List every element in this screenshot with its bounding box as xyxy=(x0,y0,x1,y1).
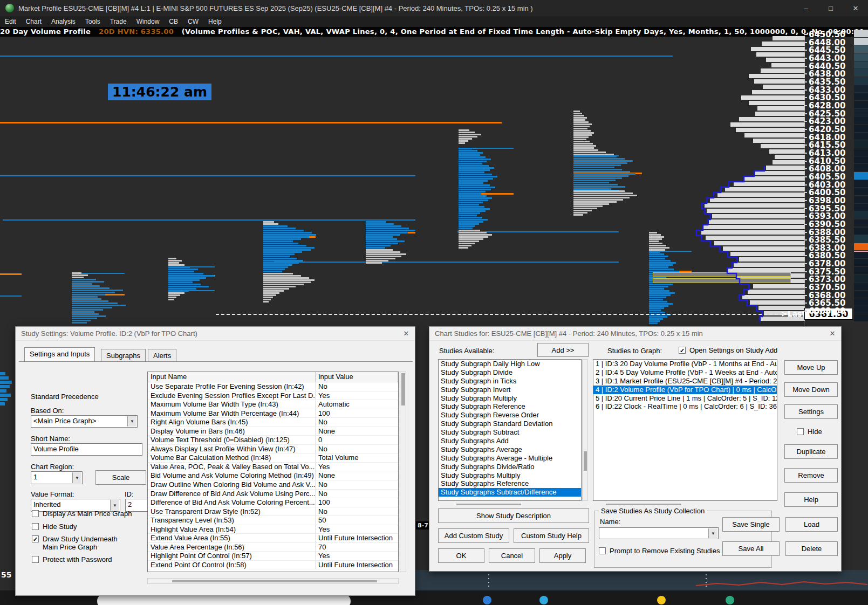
input-row[interactable]: Extend Value Area (In:55)Until Future In… xyxy=(148,534,398,543)
settings-checkbox-display-as-main[interactable]: Display As Main Price Graph xyxy=(32,510,140,518)
graphed-study-item[interactable]: 2 | ID:4 5 Day Volume Profile (VbP - 1 W… xyxy=(593,368,777,377)
available-study-item[interactable]: Study Subgraph Standard Deviation xyxy=(439,420,581,428)
taskbar-app-icon[interactable] xyxy=(483,596,491,604)
input-row[interactable]: Exclude Evening Session Profiles Except … xyxy=(148,391,398,401)
menu-item-analysis[interactable]: Analysis xyxy=(46,16,80,27)
column-header-input-value[interactable]: Input Value xyxy=(316,372,398,382)
close-button[interactable]: ✕ xyxy=(843,0,868,16)
input-row[interactable]: Use Separate Profile For Evening Session… xyxy=(148,382,398,391)
available-study-item[interactable]: Study Subgraph Invert xyxy=(439,386,581,394)
ok-button[interactable]: OK xyxy=(438,548,484,563)
available-study-item[interactable]: Study Subgraph Reverse Order xyxy=(439,411,581,420)
minimize-button[interactable]: – xyxy=(794,0,818,16)
input-row[interactable]: Always Display Last Profile Within View … xyxy=(148,445,398,454)
available-study-item[interactable]: Study Subgraph Daily High Low xyxy=(439,360,581,368)
load-button[interactable]: Load xyxy=(785,517,838,532)
inputs-table[interactable]: Input NameInput ValueUse Separate Profil… xyxy=(147,372,399,572)
hide-checkbox[interactable]: Hide xyxy=(797,428,822,436)
checkbox-icon[interactable] xyxy=(32,510,39,517)
menu-item-window[interactable]: Window xyxy=(132,16,165,27)
settings-checkbox-protect-with-password[interactable]: Protect with Password xyxy=(32,555,140,563)
available-study-item[interactable]: Study Subgraphs Subtract/Difference xyxy=(439,488,581,497)
help-button[interactable]: Help xyxy=(784,492,838,507)
add-custom-study-button[interactable]: Add Custom Study xyxy=(438,528,509,543)
menu-item-chart[interactable]: Chart xyxy=(21,16,46,27)
input-row[interactable]: Volume Text Threshold (0=Disabled) (In:1… xyxy=(148,436,398,445)
apply-button[interactable]: Apply xyxy=(539,548,586,563)
close-icon[interactable]: ✕ xyxy=(401,329,412,339)
taskbar-app-icon[interactable] xyxy=(539,596,548,604)
graphed-study-item[interactable]: 6 | ID:22 Clock - RealTime | 0 ms | Calc… xyxy=(593,402,777,411)
input-row[interactable]: Value Area Percentage (In:56)70 xyxy=(148,543,398,552)
show-study-description-button[interactable]: Show Study Description xyxy=(438,508,589,523)
input-row[interactable]: Draw Difference of Bid And Ask Volume Us… xyxy=(148,490,398,499)
available-study-item[interactable]: Study Subgraphs Average xyxy=(439,445,581,454)
available-study-item[interactable]: Study Subgraphs Add xyxy=(439,437,581,445)
available-study-item[interactable]: Study Subgraph in Ticks xyxy=(439,377,581,386)
save-single-button[interactable]: Save Single xyxy=(722,517,780,532)
menu-item-cb[interactable]: CB xyxy=(164,16,183,27)
short-name-input[interactable]: Volume Profile xyxy=(31,443,142,456)
maximize-button[interactable]: □ xyxy=(818,0,843,16)
cancel-button[interactable]: Cancel xyxy=(489,548,535,563)
settings-button[interactable]: Settings xyxy=(784,404,838,419)
tab-settings-and-inputs[interactable]: Settings and Inputs xyxy=(24,347,95,361)
studies-to-graph-hscrollbar[interactable] xyxy=(593,502,777,507)
input-row[interactable]: Draw Outline When Coloring Bid Volume an… xyxy=(148,480,398,490)
move-down-button[interactable]: Move Down xyxy=(784,382,838,397)
inputs-table-hscrollbar[interactable] xyxy=(147,578,399,584)
input-row[interactable]: Use Transparent Draw Style (In:52)No xyxy=(148,507,398,517)
prompt-remove-checkbox[interactable]: Prompt to Remove Existing Studies xyxy=(599,547,720,555)
checkbox-icon[interactable] xyxy=(797,428,804,435)
input-row[interactable]: Maximum Volume Bar Width Type (In:43)Aut… xyxy=(148,400,398,409)
input-row[interactable]: Extend Point Of Control (In:58)Until Fut… xyxy=(148,561,398,570)
delete-button[interactable]: Delete xyxy=(785,541,838,556)
collection-name-select[interactable]: ▼ xyxy=(599,527,719,539)
chevron-down-icon[interactable]: ▼ xyxy=(72,472,81,483)
secondary-chart-panel[interactable] xyxy=(356,570,868,590)
graphed-study-item[interactable]: 4 | ID:2 Volume Profile (VbP for TPO Cha… xyxy=(593,386,777,394)
chart-region-select[interactable]: 1 ▼ xyxy=(31,471,83,484)
studies-to-graph-list[interactable]: 1 | ID:3 20 Day Volume Profile (VbP - 1 … xyxy=(593,359,777,501)
column-header-input-name[interactable]: Input Name xyxy=(148,372,316,382)
graphed-study-item[interactable]: 1 | ID:3 20 Day Volume Profile (VbP - 1 … xyxy=(593,360,777,368)
menu-item-edit[interactable]: Edit xyxy=(0,16,21,27)
chevron-down-icon[interactable]: ▼ xyxy=(127,416,136,427)
menu-item-tools[interactable]: Tools xyxy=(80,16,105,27)
menu-item-cw[interactable]: CW xyxy=(183,16,203,27)
checkbox-icon[interactable] xyxy=(599,547,606,554)
available-study-item[interactable]: Study Subgraph Reference xyxy=(439,402,581,411)
checkbox-icon[interactable]: ✓ xyxy=(679,347,686,354)
custom-study-help-button[interactable]: Custom Study Help xyxy=(514,528,589,543)
input-row[interactable]: Display Volume in Bars (In:46)None xyxy=(148,427,398,436)
input-row[interactable]: Transparency Level (In:53)50 xyxy=(148,516,398,525)
settings-checkbox-draw-study-underneath[interactable]: ✓Draw Study Underneath Main Price Graph xyxy=(32,535,140,551)
menu-item-help[interactable]: Help xyxy=(203,16,227,27)
input-row[interactable]: Highlight Point Of Control (In:57)Yes xyxy=(148,552,398,561)
graphed-study-item[interactable]: 5 | ID:20 Current Price Line | 1 ms | Ca… xyxy=(593,394,777,403)
studies-available-hscrollbar[interactable] xyxy=(438,502,582,507)
scale-button[interactable]: Scale xyxy=(95,470,146,485)
available-study-item[interactable]: Study Subgraph Subtract xyxy=(439,428,581,437)
duplicate-button[interactable]: Duplicate xyxy=(784,444,838,459)
menu-item-trade[interactable]: Trade xyxy=(105,16,132,27)
checkbox-icon[interactable] xyxy=(32,523,39,530)
available-study-item[interactable]: Study Subgraphs Divide/Ratio xyxy=(439,463,581,471)
available-study-item[interactable]: Study Subgraphs Average - Multiple xyxy=(439,454,581,463)
input-row[interactable]: Difference of Bid And Ask Volume Colorin… xyxy=(148,498,398,507)
studies-available-vscrollbar[interactable] xyxy=(582,359,588,501)
taskbar-app-icon[interactable] xyxy=(657,596,666,604)
available-study-item[interactable]: Study Subgraphs Multiply xyxy=(439,471,581,480)
studies-available-list[interactable]: Study Subgraph Daily High LowStudy Subgr… xyxy=(438,359,582,501)
available-study-item[interactable]: Study Subgraph Multiply xyxy=(439,394,581,403)
chevron-down-icon[interactable]: ▼ xyxy=(708,528,717,538)
chevron-down-icon[interactable]: ▼ xyxy=(110,500,119,511)
close-icon[interactable]: ✕ xyxy=(827,329,838,339)
tab-alerts[interactable]: Alerts xyxy=(148,349,176,361)
checkbox-icon[interactable]: ✓ xyxy=(32,535,39,542)
available-study-item[interactable]: Study Subgraph Divide xyxy=(439,368,581,377)
input-row[interactable]: Value Area, POC, Peak & Valley Based on … xyxy=(148,463,398,472)
tab-subgraphs[interactable]: Subgraphs xyxy=(101,349,146,361)
settings-checkbox-hide-study[interactable]: Hide Study xyxy=(32,522,140,531)
input-row[interactable]: Highlight Value Area (In:54)Yes xyxy=(148,525,398,534)
